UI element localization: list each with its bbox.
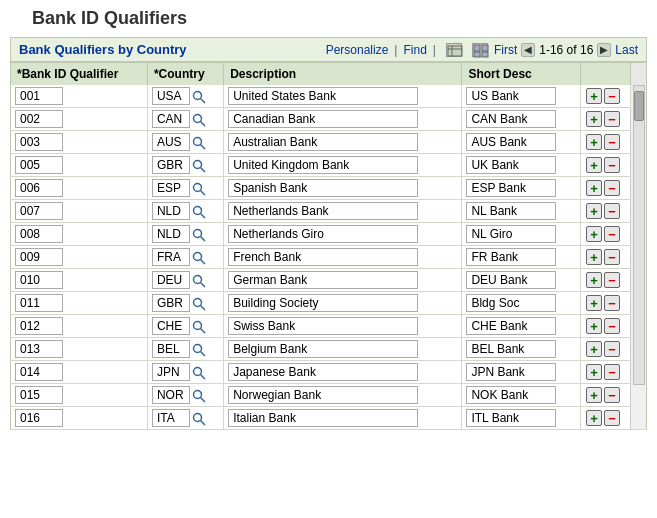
qualifier-input[interactable]	[15, 225, 63, 243]
qualifier-input[interactable]	[15, 110, 63, 128]
short-desc-input[interactable]	[466, 156, 556, 174]
qualifier-input[interactable]	[15, 386, 63, 404]
lookup-icon[interactable]	[192, 366, 206, 380]
add-row-button[interactable]: +	[586, 249, 602, 265]
qualifier-input[interactable]	[15, 294, 63, 312]
add-row-button[interactable]: +	[586, 341, 602, 357]
add-row-button[interactable]: +	[586, 180, 602, 196]
lookup-icon[interactable]	[192, 343, 206, 357]
description-input[interactable]	[228, 156, 418, 174]
description-input[interactable]	[228, 248, 418, 266]
qualifier-input[interactable]	[15, 317, 63, 335]
qualifier-input[interactable]	[15, 156, 63, 174]
country-input[interactable]	[152, 225, 190, 243]
lookup-icon[interactable]	[192, 205, 206, 219]
lookup-icon[interactable]	[192, 274, 206, 288]
lookup-icon[interactable]	[192, 182, 206, 196]
description-input[interactable]	[228, 294, 418, 312]
qualifier-input[interactable]	[15, 271, 63, 289]
description-input[interactable]	[228, 87, 418, 105]
country-input[interactable]	[152, 409, 190, 427]
description-input[interactable]	[228, 386, 418, 404]
lookup-icon[interactable]	[192, 159, 206, 173]
add-row-button[interactable]: +	[586, 226, 602, 242]
add-row-button[interactable]: +	[586, 134, 602, 150]
short-desc-input[interactable]	[466, 225, 556, 243]
short-desc-input[interactable]	[466, 340, 556, 358]
add-row-button[interactable]: +	[586, 111, 602, 127]
lookup-icon[interactable]	[192, 389, 206, 403]
add-row-button[interactable]: +	[586, 295, 602, 311]
country-input[interactable]	[152, 156, 190, 174]
nav-prev-button[interactable]: ◀	[521, 43, 535, 57]
short-desc-input[interactable]	[466, 363, 556, 381]
add-row-button[interactable]: +	[586, 387, 602, 403]
country-input[interactable]	[152, 202, 190, 220]
lookup-icon[interactable]	[192, 113, 206, 127]
add-row-button[interactable]: +	[586, 203, 602, 219]
qualifier-input[interactable]	[15, 133, 63, 151]
remove-row-button[interactable]: −	[604, 111, 620, 127]
description-input[interactable]	[228, 225, 418, 243]
remove-row-button[interactable]: −	[604, 341, 620, 357]
country-input[interactable]	[152, 363, 190, 381]
description-input[interactable]	[228, 110, 418, 128]
lookup-icon[interactable]	[192, 251, 206, 265]
remove-row-button[interactable]: −	[604, 180, 620, 196]
short-desc-input[interactable]	[466, 179, 556, 197]
short-desc-input[interactable]	[466, 317, 556, 335]
remove-row-button[interactable]: −	[604, 318, 620, 334]
grid-icon[interactable]	[472, 43, 488, 57]
description-input[interactable]	[228, 363, 418, 381]
lookup-icon[interactable]	[192, 228, 206, 242]
description-input[interactable]	[228, 317, 418, 335]
short-desc-input[interactable]	[466, 294, 556, 312]
add-row-button[interactable]: +	[586, 364, 602, 380]
short-desc-input[interactable]	[466, 87, 556, 105]
qualifier-input[interactable]	[15, 202, 63, 220]
description-input[interactable]	[228, 271, 418, 289]
qualifier-input[interactable]	[15, 248, 63, 266]
lookup-icon[interactable]	[192, 136, 206, 150]
country-input[interactable]	[152, 340, 190, 358]
remove-row-button[interactable]: −	[604, 226, 620, 242]
nav-last-link[interactable]: Last	[615, 43, 638, 57]
country-input[interactable]	[152, 179, 190, 197]
lookup-icon[interactable]	[192, 90, 206, 104]
remove-row-button[interactable]: −	[604, 88, 620, 104]
lookup-icon[interactable]	[192, 412, 206, 426]
description-input[interactable]	[228, 179, 418, 197]
remove-row-button[interactable]: −	[604, 203, 620, 219]
qualifier-input[interactable]	[15, 179, 63, 197]
remove-row-button[interactable]: −	[604, 272, 620, 288]
add-row-button[interactable]: +	[586, 410, 602, 426]
country-input[interactable]	[152, 87, 190, 105]
description-input[interactable]	[228, 133, 418, 151]
personalize-link[interactable]: Personalize	[326, 43, 389, 57]
country-input[interactable]	[152, 110, 190, 128]
add-row-button[interactable]: +	[586, 318, 602, 334]
nav-next-button[interactable]: ▶	[597, 43, 611, 57]
short-desc-input[interactable]	[466, 271, 556, 289]
short-desc-input[interactable]	[466, 409, 556, 427]
remove-row-button[interactable]: −	[604, 364, 620, 380]
remove-row-button[interactable]: −	[604, 134, 620, 150]
qualifier-input[interactable]	[15, 363, 63, 381]
remove-row-button[interactable]: −	[604, 387, 620, 403]
qualifier-input[interactable]	[15, 340, 63, 358]
short-desc-input[interactable]	[466, 202, 556, 220]
short-desc-input[interactable]	[466, 386, 556, 404]
view-icon[interactable]	[446, 43, 462, 57]
short-desc-input[interactable]	[466, 133, 556, 151]
country-input[interactable]	[152, 133, 190, 151]
description-input[interactable]	[228, 340, 418, 358]
country-input[interactable]	[152, 386, 190, 404]
description-input[interactable]	[228, 409, 418, 427]
short-desc-input[interactable]	[466, 248, 556, 266]
qualifier-input[interactable]	[15, 409, 63, 427]
qualifier-input[interactable]	[15, 87, 63, 105]
remove-row-button[interactable]: −	[604, 295, 620, 311]
nav-first-link[interactable]: First	[494, 43, 517, 57]
short-desc-input[interactable]	[466, 110, 556, 128]
country-input[interactable]	[152, 271, 190, 289]
